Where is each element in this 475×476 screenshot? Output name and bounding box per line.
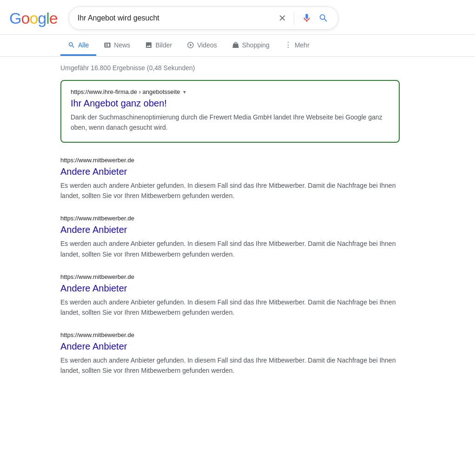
tab-mehr[interactable]: ⋮ Mehr [277, 35, 317, 56]
search-bar: ✕ [69, 7, 338, 30]
result-description-1: Es werden auch andere Anbieter gefunden.… [60, 180, 400, 201]
shopping-tab-icon [232, 41, 239, 49]
result-item-competitor2: https://www.mitbewerber.de Andere Anbiet… [60, 215, 400, 259]
result-item-competitor3: https://www.mitbewerber.de Andere Anbiet… [60, 273, 400, 317]
result-url-row-1: https://www.mitbewerber.de [60, 157, 400, 164]
result-description-2: Es werden auch andere Anbieter gefunden.… [60, 238, 400, 259]
tab-videos-label: Videos [197, 41, 217, 49]
result-url-row-4: https://www.mitbewerber.de [60, 331, 400, 338]
result-url-3: https://www.mitbewerber.de [60, 273, 134, 280]
featured-url-row: https://www.ihre-firma.de › angebotsseit… [71, 88, 389, 95]
result-title-3[interactable]: Andere Anbieter [60, 282, 400, 294]
tab-alle-label: Alle [78, 41, 89, 49]
tab-shopping-label: Shopping [242, 41, 270, 49]
featured-url: https://www.ihre-firma.de › angebotsseit… [71, 88, 180, 95]
tab-mehr-label: Mehr [295, 41, 310, 49]
search-input[interactable] [78, 14, 273, 22]
search-submit-button[interactable] [317, 12, 330, 24]
result-url-row-3: https://www.mitbewerber.de [60, 273, 400, 280]
search-divider [294, 12, 294, 25]
tab-bilder[interactable]: Bilder [138, 36, 179, 56]
result-item-competitor4: https://www.mitbewerber.de Andere Anbiet… [60, 331, 400, 376]
header: Google ✕ [0, 0, 475, 35]
mehr-tab-icon: ⋮ [284, 40, 292, 49]
search-bar-icons: ✕ [277, 12, 330, 25]
voice-search-button[interactable] [301, 12, 313, 24]
tab-alle[interactable]: Alle [60, 36, 96, 56]
logo-letter-e: e [49, 9, 58, 27]
tab-news[interactable]: News [96, 36, 138, 56]
logo-letter-o2: o [29, 9, 38, 27]
result-description-4: Es werden auch andere Anbieter gefunden.… [60, 355, 400, 376]
result-url-2: https://www.mitbewerber.de [60, 215, 134, 222]
featured-url-chevron: ▾ [183, 89, 186, 95]
results-info: Umgefähr 16.800 Ergebnisse (0,48 Sekunde… [60, 64, 400, 72]
search-icon [318, 13, 329, 23]
result-title-4[interactable]: Andere Anbieter [60, 340, 400, 352]
bilder-tab-icon [145, 41, 152, 49]
logo-letter-g2: g [38, 9, 46, 27]
news-tab-icon [104, 41, 111, 49]
videos-tab-icon [187, 41, 194, 49]
tab-news-label: News [114, 41, 130, 49]
result-title-1[interactable]: Andere Anbieter [60, 165, 400, 178]
result-description-3: Es werden auch andere Anbieter gefunden.… [60, 297, 400, 317]
result-item-competitor1: https://www.mitbewerber.de Andere Anbiet… [60, 157, 400, 201]
mic-icon [302, 13, 312, 23]
featured-result: https://www.ihre-firma.de › angebotsseit… [60, 80, 400, 143]
google-logo: Google [9, 9, 58, 27]
tab-videos[interactable]: Videos [179, 36, 224, 56]
clear-button[interactable]: ✕ [277, 12, 287, 25]
logo-letter-o1: o [21, 9, 29, 27]
result-url-row-2: https://www.mitbewerber.de [60, 215, 400, 222]
result-url-4: https://www.mitbewerber.de [60, 331, 134, 338]
search-tab-icon [68, 41, 75, 49]
main-content: Umgefähr 16.800 Ergebnisse (0,48 Sekunde… [0, 57, 400, 397]
featured-result-title[interactable]: Ihr Angebot ganz oben! [71, 97, 389, 109]
nav-tabs: Alle News Bilder Videos Shop [0, 35, 475, 57]
result-title-2[interactable]: Andere Anbieter [60, 224, 400, 236]
tab-bilder-label: Bilder [155, 41, 172, 49]
tab-shopping[interactable]: Shopping [224, 36, 277, 56]
result-url-1: https://www.mitbewerber.de [60, 157, 134, 164]
featured-result-description: Dank der Suchmaschinenoptimierung durch … [71, 112, 389, 132]
logo-letter-g: G [9, 9, 21, 27]
